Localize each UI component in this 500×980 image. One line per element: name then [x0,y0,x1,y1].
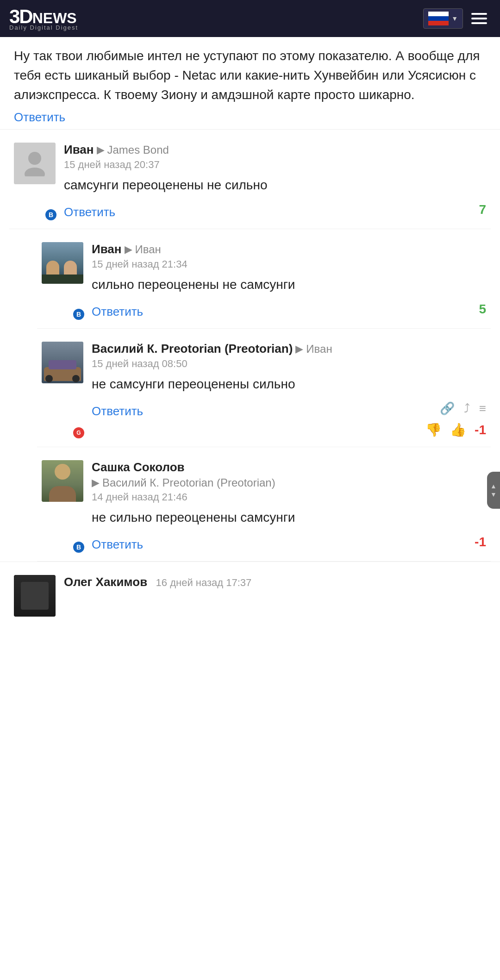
comment-time: 15 дней назад 20:37 [64,159,486,171]
more-menu-icon[interactable]: ≡ [479,401,486,416]
avatar [42,242,83,284]
reply-to-user: James Bond [107,144,169,156]
vote-score: 7 [479,202,486,217]
comment-author: Василий К. Preotorian (Preotorian) [92,342,293,356]
comment-time: 15 дней назад 08:50 [92,358,486,370]
avatar [14,143,56,184]
header-right: ▼ [423,8,491,29]
user-badge: В [44,208,57,221]
menu-button[interactable] [468,9,491,28]
comment-body: Сашка Соколов ▶ Василий К. Preotorian (P… [92,460,486,552]
reply-button[interactable]: Ответить [92,404,143,418]
comment-author: Олег Хакимов [64,575,147,589]
comment-row: G Василий К. Preotorian (Preotorian) ▶ И… [37,329,491,447]
reply-arrow-icon: ▶ [125,243,132,256]
bottom-avatar [14,575,56,617]
site-header: 3D NEWS Daily Digital Digest ▼ [0,0,500,37]
top-reply-button[interactable]: Ответить [14,110,65,125]
avatar-wrap: В [14,143,56,219]
comment-row: В Иван ▶ James Bond 15 дней назад 20:37 … [9,130,491,229]
comment-time: 16 дней назад 17:37 [156,577,252,588]
top-comment-text: Ну так твои любимые интел не уступают по… [14,46,486,105]
reply-to-user: Иван [306,343,332,356]
reply-button[interactable]: Ответить [92,537,143,552]
comment-text: сильно переоценены не самсунги [92,275,486,294]
logo-news: NEWS [32,11,77,25]
logo[interactable]: 3D NEWS Daily Digital Digest [9,7,78,31]
comment-body: Иван ▶ James Bond 15 дней назад 20:37 са… [64,143,486,219]
hamburger-line [471,18,487,19]
avatar [42,460,83,502]
vote-score: 5 [479,302,486,317]
comment-text: самсунги переоценены не сильно [64,175,486,195]
comment-footer: Ответить 5 [92,299,486,319]
comment-text: не самсунги переоценены сильно [92,375,486,394]
comment-actions: 🔗 ⤴ ≡ [440,401,486,416]
bottom-comment-row: Олег Хакимов 16 дней назад 17:37 [0,562,500,626]
reply-arrow-icon: ▶ [97,144,105,156]
share-icon[interactable]: ⤴ [464,401,470,416]
vote-score: -1 [475,535,486,549]
comment-header: Иван ▶ Иван [92,242,486,256]
logo-3d: 3D [9,7,32,26]
comment-time: 14 дней назад 21:46 [92,491,486,503]
avatar-person-icon [23,151,46,176]
reply-button[interactable]: Ответить [64,205,115,219]
reply-arrow-icon: ▶ [295,343,303,355]
comment-footer: Ответить 🔗 ⤴ ≡ [92,399,486,418]
scroll-up-arrow[interactable]: ▲ [490,483,497,489]
avatar-wrap: В [42,460,83,552]
scroll-down-arrow[interactable]: ▼ [490,491,497,498]
comments-list: В Иван ▶ James Bond 15 дней назад 20:37 … [0,130,500,562]
user-badge: G [72,426,85,439]
comment-footer: Ответить -1 [92,532,486,552]
comment-footer: Ответить 7 [64,200,486,219]
reply-arrow-icon: ▶ [92,477,100,489]
russian-flag [428,12,449,25]
user-badge: В [72,541,85,554]
user-badge: В [72,308,85,321]
reply-button[interactable]: Ответить [92,305,143,319]
comment-body: Иван ▶ Иван 15 дней назад 21:34 сильно п… [92,242,486,319]
comment-time: 15 дней назад 21:34 [92,258,486,270]
thumbs-down-icon[interactable]: 👎 [425,422,442,437]
logo-subtitle: Daily Digital Digest [9,25,78,31]
comment-body: Василий К. Preotorian (Preotorian) ▶ Ива… [92,342,486,437]
avatar-wrap: G [42,342,83,437]
hamburger-line [471,22,487,24]
thumbs-up-icon[interactable]: 👍 [450,422,466,437]
comment-row: В Иван ▶ Иван 15 дней назад 21:34 сильно… [37,229,491,329]
avatar [42,342,83,383]
top-comment-block: Ну так твои любимые интел не уступают по… [0,37,500,130]
scrollbar-indicator[interactable]: ▲ ▼ [487,472,500,509]
comment-header: Василий К. Preotorian (Preotorian) ▶ Ива… [92,342,486,356]
vote-score: -1 [475,423,486,437]
comment-author: Иван [92,242,122,256]
comment-header: Сашка Соколов [92,460,486,474]
svg-point-0 [28,152,41,165]
bottom-comment-info: Олег Хакимов 16 дней назад 17:37 [64,575,486,617]
comment-row: В Сашка Соколов ▶ Василий К. Preotorian … [37,447,491,562]
reply-to-user: Василий К. Preotorian (Preotorian) [102,476,275,489]
avatar-wrap: В [42,242,83,319]
comment-author: Иван [64,143,94,157]
comment-author: Сашка Соколов [92,460,185,474]
comment-text: не сильно переоценены самсунги [92,508,486,527]
chevron-down-icon: ▼ [451,15,458,22]
hamburger-line [471,13,487,15]
reply-to-user: Иван [135,243,161,256]
comment-header: Иван ▶ James Bond [64,143,486,157]
svg-point-1 [25,168,45,176]
reply-chain-icon[interactable]: 🔗 [440,401,455,416]
language-selector[interactable]: ▼ [423,8,463,29]
